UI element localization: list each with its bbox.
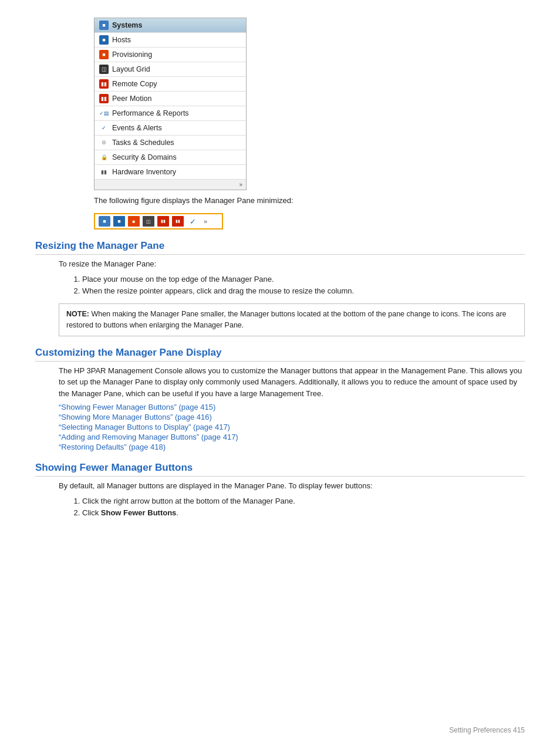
minimized-pane: ■ ■ ■ ◫ ▮▮ ▮▮ ✓ » bbox=[94, 213, 223, 229]
content-sections: Resizing the Manager Pane To resize the … bbox=[35, 240, 525, 519]
manager-panel-container: ■Systems■Hosts■Provisioning◫Layout Grid▮… bbox=[35, 18, 525, 190]
panel-row-perf: ✓▤Performance & Reports bbox=[95, 106, 246, 121]
hosts-icon: ■ bbox=[99, 35, 109, 45]
panel-row-layout: ◫Layout Grid bbox=[95, 62, 246, 77]
customizing-body: The HP 3PAR Management Console allows yo… bbox=[59, 365, 525, 400]
customizing-link-item[interactable]: “Restoring Defaults” (page 418) bbox=[59, 443, 525, 451]
customizing-links: “Showing Fewer Manager Buttons” (page 41… bbox=[59, 403, 525, 451]
footer-text: Setting Preferences 415 bbox=[449, 726, 525, 734]
peer-motion-icon: ▮▮ bbox=[99, 94, 109, 103]
tasks-icon: ⚙ bbox=[99, 138, 109, 147]
panel-row-label-systems: Systems bbox=[112, 21, 142, 29]
panel-row-label-hosts: Hosts bbox=[112, 36, 131, 44]
customizing-link[interactable]: “Restoring Defaults” (page 418) bbox=[59, 443, 166, 451]
mini-provisioning-icon: ■ bbox=[128, 216, 140, 227]
panel-row-hosts: ■Hosts bbox=[95, 33, 246, 48]
panel-row-systems: ■Systems bbox=[95, 18, 246, 33]
page-footer: Setting Preferences 415 bbox=[449, 726, 525, 734]
customizing-heading: Customizing the Manager Pane Display bbox=[35, 347, 525, 362]
minimized-pane-arrow-icon: » bbox=[204, 218, 207, 225]
panel-row-label-events: Events & Alerts bbox=[112, 124, 162, 132]
customizing-link[interactable]: “Adding and Removing Manager Buttons” (p… bbox=[59, 433, 238, 441]
events-icon: ✓ bbox=[99, 123, 109, 133]
customizing-link[interactable]: “Showing Fewer Manager Buttons” (page 41… bbox=[59, 403, 215, 411]
mini-hosts-icon: ■ bbox=[113, 216, 125, 227]
resizing-heading: Resizing the Manager Pane bbox=[35, 240, 525, 255]
mini-peer-motion-icon: ▮▮ bbox=[172, 216, 184, 227]
perf-icon: ✓▤ bbox=[99, 109, 109, 118]
panel-row-hardware: ▮▮Hardware Inventory bbox=[95, 165, 246, 180]
panel-row-security: 🔒Security & Domains bbox=[95, 150, 246, 165]
note-label: NOTE: bbox=[66, 310, 89, 318]
panel-row-label-layout: Layout Grid bbox=[112, 65, 150, 73]
customizing-link-item[interactable]: “Selecting Manager Buttons to Display” (… bbox=[59, 423, 525, 431]
show-fewer-bold: Show Fewer Buttons bbox=[101, 508, 177, 517]
provisioning-icon: ■ bbox=[99, 50, 109, 59]
mini-layout-icon: ◫ bbox=[143, 216, 154, 227]
hardware-icon: ▮▮ bbox=[99, 167, 109, 177]
mini-systems-icon: ■ bbox=[99, 216, 110, 227]
panel-row-remote-copy: ▮▮Remote Copy bbox=[95, 77, 246, 92]
panel-arrow-right-icon: » bbox=[239, 181, 242, 188]
note-text: When making the Manager Pane smaller, th… bbox=[66, 310, 507, 329]
showing-fewer-step-1: Click the right arrow button at the bott… bbox=[82, 495, 525, 508]
panel-row-provisioning: ■Provisioning bbox=[95, 48, 246, 62]
systems-icon: ■ bbox=[99, 21, 109, 30]
minimized-caption: The following figure displays the Manage… bbox=[94, 196, 525, 205]
customizing-link[interactable]: “Showing More Manager Buttons” (page 416… bbox=[59, 413, 212, 421]
showing-fewer-heading: Showing Fewer Manager Buttons bbox=[35, 462, 525, 477]
panel-row-label-provisioning: Provisioning bbox=[112, 50, 152, 59]
showing-fewer-step-2: Click Show Fewer Buttons. bbox=[82, 507, 525, 519]
panel-row-label-perf: Performance & Reports bbox=[112, 109, 189, 117]
resizing-step-2: When the resize pointer appears, click a… bbox=[82, 285, 525, 298]
panel-row-label-remote-copy: Remote Copy bbox=[112, 80, 157, 88]
panel-row-label-hardware: Hardware Inventory bbox=[112, 168, 176, 176]
customizing-link-item[interactable]: “Adding and Removing Manager Buttons” (p… bbox=[59, 433, 525, 441]
resizing-note: NOTE: When making the Manager Pane small… bbox=[59, 303, 525, 336]
manager-panel: ■Systems■Hosts■Provisioning◫Layout Grid▮… bbox=[94, 18, 247, 190]
security-icon: 🔒 bbox=[99, 153, 109, 162]
panel-row-peer-motion: ▮▮Peer Motion bbox=[95, 92, 246, 106]
panel-row-label-tasks: Tasks & Schedules bbox=[112, 139, 174, 147]
manager-panel-footer: » bbox=[95, 180, 246, 190]
customizing-link-item[interactable]: “Showing Fewer Manager Buttons” (page 41… bbox=[59, 403, 525, 411]
customizing-link[interactable]: “Selecting Manager Buttons to Display” (… bbox=[59, 423, 230, 431]
panel-row-label-security: Security & Domains bbox=[112, 153, 177, 161]
panel-row-events: ✓Events & Alerts bbox=[95, 121, 246, 136]
remote-copy-icon: ▮▮ bbox=[99, 79, 109, 89]
customizing-link-item[interactable]: “Showing More Manager Buttons” (page 416… bbox=[59, 413, 525, 421]
resizing-intro: To resize the Manager Pane: bbox=[59, 258, 525, 270]
mini-remote-copy-icon: ▮▮ bbox=[157, 216, 169, 227]
panel-row-tasks: ⚙Tasks & Schedules bbox=[95, 136, 246, 150]
panel-row-label-peer-motion: Peer Motion bbox=[112, 94, 151, 103]
layout-icon: ◫ bbox=[99, 65, 109, 74]
resizing-steps: Place your mouse on the top edge of the … bbox=[82, 274, 525, 298]
mini-perf-icon: ✓ bbox=[187, 216, 198, 227]
showing-fewer-steps: Click the right arrow button at the bott… bbox=[82, 495, 525, 520]
resizing-step-1: Place your mouse on the top edge of the … bbox=[82, 274, 525, 286]
showing-fewer-intro: By default, all Manager buttons are disp… bbox=[59, 480, 525, 492]
